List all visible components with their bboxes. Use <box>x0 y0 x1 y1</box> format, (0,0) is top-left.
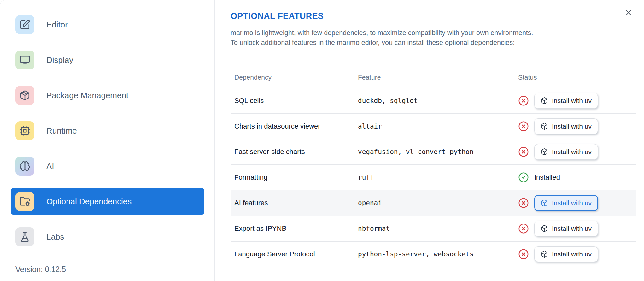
page-title: OPTIONAL FEATURES <box>231 11 644 21</box>
dependency-cell: AI features <box>231 190 354 216</box>
sidebar-item-labs[interactable]: Labs <box>11 223 204 250</box>
column-header-feature: Feature <box>354 54 514 88</box>
table-row: Formatting ruff Installed <box>231 165 636 190</box>
install-with-uv-button-highlighted[interactable]: Install with uv <box>534 195 598 211</box>
version-label: Version: 0.12.5 <box>15 265 66 274</box>
install-with-uv-button[interactable]: Install with uv <box>534 144 598 160</box>
sidebar-item-label: Display <box>46 55 73 65</box>
monitor-icon <box>15 51 34 69</box>
install-with-uv-button[interactable]: Install with uv <box>534 221 598 236</box>
table-row: Export as IPYNB nbformat Install with uv <box>231 216 636 242</box>
x-icon <box>624 13 633 18</box>
folder-cog-icon <box>15 192 34 211</box>
description-line: marimo is lightweight, with few dependen… <box>231 28 644 38</box>
sidebar-item-ai[interactable]: AI <box>11 152 204 180</box>
circle-x-icon <box>518 198 529 208</box>
feature-cell: ruff <box>354 165 514 190</box>
feature-cell: nbformat <box>354 216 514 242</box>
table-row: AI features openai Install with uv <box>231 190 636 216</box>
install-button-label: Install with uv <box>552 148 592 156</box>
optional-features-panel: OPTIONAL FEATURES marimo is lightweight,… <box>215 0 644 281</box>
sidebar-item-runtime[interactable]: Runtime <box>11 117 204 144</box>
table-row: SQL cells duckdb, sqlglot Install with u… <box>231 88 636 114</box>
circle-x-icon <box>518 121 529 132</box>
sidebar-nav: Editor Display Package Management Runtim… <box>0 0 214 250</box>
circle-x-icon <box>518 223 529 234</box>
feature-cell: altair <box>354 114 514 139</box>
status-cell: Install with uv <box>518 246 632 262</box>
installed-status-label: Installed <box>534 173 560 182</box>
package-icon <box>15 86 34 105</box>
settings-dialog: Editor Display Package Management Runtim… <box>0 0 644 281</box>
description-text: marimo is lightweight, with few dependen… <box>231 28 644 48</box>
square-pen-icon <box>15 15 34 34</box>
status-cell: Install with uv <box>518 118 632 134</box>
box-icon <box>541 199 548 207</box>
circle-x-icon <box>518 95 529 106</box>
box-icon <box>541 97 548 105</box>
sidebar-item-display[interactable]: Display <box>11 46 204 74</box>
dependency-cell: Charts in datasource viewer <box>231 114 354 139</box>
feature-cell: vegafusion, vl-convert-python <box>354 139 514 165</box>
column-header-dependency: Dependency <box>231 54 354 88</box>
feature-cell: duckdb, sqlglot <box>354 88 514 114</box>
sidebar-item-label: Optional Dependencies <box>46 197 132 206</box>
feature-cell: openai <box>354 190 514 216</box>
sidebar-item-package-management[interactable]: Package Management <box>11 82 204 109</box>
box-icon <box>541 148 548 156</box>
install-button-label: Install with uv <box>552 225 592 232</box>
status-cell: Install with uv <box>518 221 632 236</box>
cpu-icon <box>15 121 34 140</box>
close-button[interactable] <box>624 8 634 18</box>
dependency-cell: Language Server Protocol <box>231 242 354 267</box>
table-header-row: Dependency Feature Status <box>231 54 636 88</box>
status-cell: Install with uv <box>518 93 632 109</box>
install-button-label: Install with uv <box>552 250 592 258</box>
box-icon <box>541 250 548 258</box>
status-cell: Install with uv <box>518 144 632 160</box>
circle-check-icon <box>518 172 529 183</box>
table-row: Charts in datasource viewer altair Insta… <box>231 114 636 139</box>
circle-x-icon <box>518 249 529 260</box>
brain-icon <box>15 157 34 176</box>
sidebar-item-optional-dependencies[interactable]: Optional Dependencies <box>11 188 204 215</box>
flask-icon <box>15 227 34 246</box>
feature-cell: python-lsp-server, websockets <box>354 242 514 267</box>
sidebar-item-label: Package Management <box>46 91 128 100</box>
box-icon <box>541 225 548 232</box>
status-cell: Installed <box>518 172 632 183</box>
dependency-cell: Formatting <box>231 165 354 190</box>
sidebar-item-label: Editor <box>46 20 68 30</box>
column-header-status: Status <box>514 54 636 88</box>
table-row: Fast server-side charts vegafusion, vl-c… <box>231 139 636 165</box>
box-icon <box>541 123 548 130</box>
install-with-uv-button[interactable]: Install with uv <box>534 93 598 109</box>
table-row: Language Server Protocol python-lsp-serv… <box>231 242 636 267</box>
install-button-label: Install with uv <box>552 123 592 130</box>
install-button-label: Install with uv <box>552 97 592 105</box>
install-with-uv-button[interactable]: Install with uv <box>534 246 598 262</box>
circle-x-icon <box>518 146 529 157</box>
status-cell: Install with uv <box>518 195 632 211</box>
dependencies-table: Dependency Feature Status SQL cells duck… <box>231 54 636 267</box>
sidebar-item-label: AI <box>46 161 54 171</box>
settings-sidebar: Editor Display Package Management Runtim… <box>0 0 215 281</box>
dependency-cell: Fast server-side charts <box>231 139 354 165</box>
install-button-label: Install with uv <box>552 199 592 207</box>
sidebar-item-label: Runtime <box>46 126 77 136</box>
dependency-cell: Export as IPYNB <box>231 216 354 242</box>
sidebar-item-label: Labs <box>46 232 64 242</box>
dependency-cell: SQL cells <box>231 88 354 114</box>
install-with-uv-button[interactable]: Install with uv <box>534 118 598 134</box>
description-line: To unlock additional features in the mar… <box>231 38 644 48</box>
sidebar-item-editor[interactable]: Editor <box>11 11 204 38</box>
